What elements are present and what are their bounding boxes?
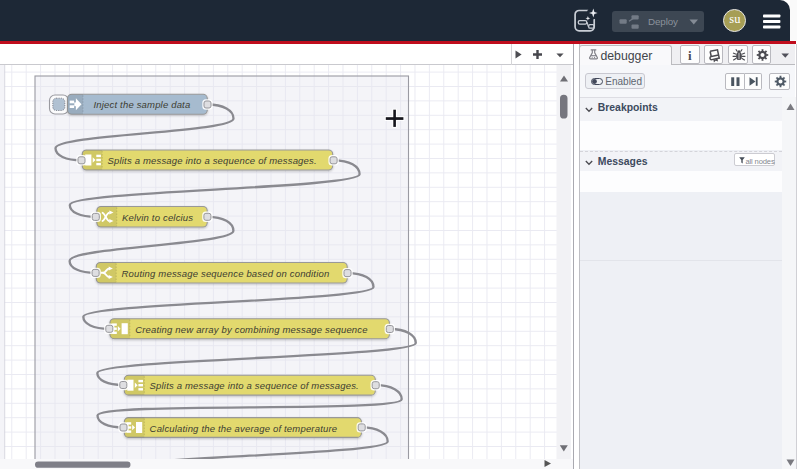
svg-text:Creating new array by combinin: Creating new array by combining message … bbox=[135, 324, 368, 335]
svg-text:i: i bbox=[688, 48, 692, 63]
svg-text:Inject the sample data: Inject the sample data bbox=[94, 99, 191, 110]
svg-text:Kelvin to celcius: Kelvin to celcius bbox=[122, 212, 193, 223]
svg-text:Calculating the the average of: Calculating the the average of temperatu… bbox=[150, 423, 338, 434]
svg-text:Splits a message into a sequen: Splits a message into a sequence of mess… bbox=[150, 380, 359, 391]
svg-text:Splits a message into a sequen: Splits a message into a sequence of mess… bbox=[108, 155, 317, 166]
svg-text:Routing message sequence based: Routing message sequence based on condit… bbox=[122, 268, 330, 279]
